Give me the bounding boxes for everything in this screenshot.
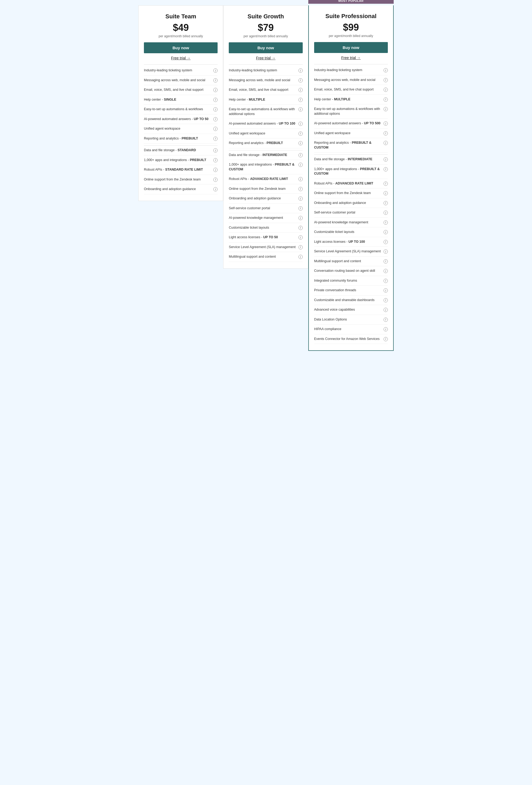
info-icon[interactable]: i [213,78,218,82]
feature-text: Unified agent workspace [229,131,296,136]
info-icon[interactable]: i [213,187,218,192]
feature-row: Help center - SINGLE i [144,95,218,105]
info-icon[interactable]: i [213,168,218,172]
plan-billing-suite-growth: per agent/month billed annually [229,34,302,38]
feature-row: Robust APIs - ADVANCED RATE LIMIT i [314,179,388,189]
feature-row: Reporting and analytics - PREBUILT i [144,134,218,144]
feature-text: Private conversation threads [314,288,381,293]
info-icon[interactable]: i [298,245,303,249]
feature-text: Multilingual support and content [229,254,296,259]
feature-row: Robust APIs - STANDARD RATE LIMIT i [144,165,218,175]
feature-text: AI-powered automated answers - UP TO 100 [229,121,296,126]
info-icon[interactable]: i [383,327,388,331]
info-icon[interactable]: i [298,78,303,82]
info-icon[interactable]: i [298,163,303,167]
feature-text: Messaging across web, mobile and social [314,78,381,82]
info-icon[interactable]: i [213,88,218,92]
feature-text: Data and file storage - INTERMEDIATE [314,157,381,162]
info-icon[interactable]: i [383,87,388,92]
info-icon[interactable]: i [383,121,388,126]
feature-row: Conversation routing based on agent skil… [314,266,388,276]
info-icon[interactable]: i [383,298,388,302]
feature-row: Data and file storage - STANDARD i [144,146,218,155]
free-trial-link-suite-professional[interactable]: Free trial → [314,56,388,60]
info-icon[interactable]: i [383,269,388,273]
info-icon[interactable]: i [298,153,303,157]
info-icon[interactable]: i [383,259,388,263]
info-icon[interactable]: i [298,187,303,191]
info-icon[interactable]: i [298,235,303,239]
info-icon[interactable]: i [383,279,388,283]
feature-row: Easy-to-set up automations & workflows i [144,105,218,115]
info-icon[interactable]: i [383,107,388,111]
info-icon[interactable]: i [298,98,303,102]
feature-row: Online support from the Zendesk team i [314,188,388,198]
info-icon[interactable]: i [383,308,388,312]
info-icon[interactable]: i [383,141,388,145]
info-icon[interactable]: i [383,221,388,225]
feature-row: Advanced voice capabilities i [314,305,388,315]
info-icon[interactable]: i [383,167,388,172]
info-icon[interactable]: i [213,69,218,73]
info-icon[interactable]: i [298,88,303,92]
info-icon[interactable]: i [298,131,303,136]
info-icon[interactable]: i [383,131,388,135]
info-icon[interactable]: i [383,249,388,254]
feature-text: Self-service customer portal [314,210,381,215]
feature-text: Reporting and analytics - PREBUILT [229,141,296,146]
section-gap [144,144,218,146]
info-icon[interactable]: i [298,177,303,181]
section-gap [229,148,302,150]
info-icon[interactable]: i [298,255,303,259]
info-icon[interactable]: i [383,318,388,322]
feature-row: Easy-to-set up automations & workflows w… [314,104,388,119]
info-icon[interactable]: i [383,191,388,195]
info-icon[interactable]: i [298,141,303,145]
free-trial-link-suite-team[interactable]: Free trial → [144,56,218,60]
info-icon[interactable]: i [298,69,303,73]
info-icon[interactable]: i [383,157,388,161]
info-icon[interactable]: i [298,107,303,111]
info-icon[interactable]: i [213,158,218,162]
info-icon[interactable]: i [383,68,388,72]
info-icon[interactable]: i [383,78,388,82]
info-icon[interactable]: i [383,201,388,205]
info-icon[interactable]: i [298,206,303,210]
info-icon[interactable]: i [383,230,388,234]
feature-text: Service Level Agreement (SLA) management [229,245,296,250]
feature-text: Online support from the Zendesk team [314,191,381,196]
info-icon[interactable]: i [298,226,303,230]
info-icon[interactable]: i [298,216,303,220]
feature-text: Help center - MULTIPLE [229,97,296,102]
info-icon[interactable]: i [213,136,218,141]
buy-now-button-suite-professional[interactable]: Buy now [314,42,388,53]
info-icon[interactable]: i [383,97,388,102]
feature-text: Data Location Options [314,317,381,322]
info-icon[interactable]: i [298,197,303,201]
feature-text: Industry-leading ticketing system [229,68,296,73]
info-icon[interactable]: i [213,107,218,111]
info-icon[interactable]: i [213,117,218,121]
plan-price-suite-team: $49 [144,22,218,33]
feature-row: AI-powered knowledge management i [229,213,302,223]
free-trial-link-suite-growth[interactable]: Free trial → [229,56,302,60]
info-icon[interactable]: i [213,178,218,182]
info-icon[interactable]: i [213,127,218,131]
info-icon[interactable]: i [213,148,218,153]
buy-now-button-suite-team[interactable]: Buy now [144,42,218,53]
info-icon[interactable]: i [383,210,388,215]
info-icon[interactable]: i [213,98,218,102]
info-icon[interactable]: i [383,288,388,293]
feature-row: Messaging across web, mobile and social … [229,76,302,85]
feature-text: Reporting and analytics - PREBUILT & CUS… [314,141,381,150]
info-icon[interactable]: i [383,337,388,341]
feature-text: Help center - MULTIPLE [314,97,381,102]
info-icon[interactable]: i [383,240,388,244]
feature-text: AI-powered knowledge management [229,216,296,221]
feature-row: Reporting and analytics - PREBUILT & CUS… [314,138,388,153]
info-icon[interactable]: i [298,122,303,126]
feature-text: Industry-leading ticketing system [144,68,211,73]
feature-text: HIPAA compliance [314,327,381,332]
buy-now-button-suite-growth[interactable]: Buy now [229,42,302,53]
info-icon[interactable]: i [383,181,388,186]
